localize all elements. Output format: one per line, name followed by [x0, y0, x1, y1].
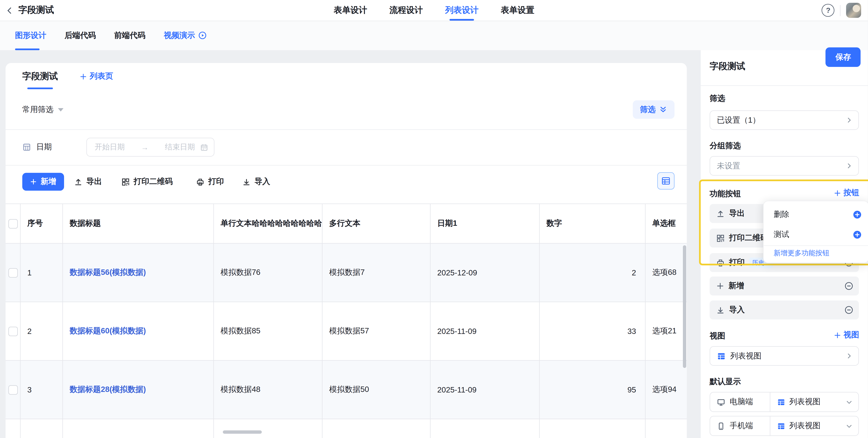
group-filter-setting-row[interactable]: 未设置	[710, 156, 859, 176]
plus-circle-icon[interactable]	[853, 230, 862, 239]
settings-sidebar: 字段测试 筛选 已设置（1） 分组筛选 未设置 功能按钮 按钮	[701, 50, 868, 438]
default-display-mobile-row: 手机端 列表视图	[710, 416, 859, 436]
help-icon[interactable]: ?	[822, 4, 835, 17]
table-view-icon	[777, 422, 785, 430]
date-range-input[interactable]: 开始日期 → 结束日期	[86, 138, 214, 157]
add-record-button[interactable]: 新增	[22, 173, 64, 191]
tab-frontend-code[interactable]: 前端代码	[114, 21, 145, 50]
row-checkbox[interactable]	[8, 268, 18, 278]
popup-option-delete[interactable]: 删除	[764, 206, 868, 224]
chevron-down-icon	[846, 399, 853, 406]
record-link[interactable]: 数据标题56(模拟数据)	[70, 268, 146, 278]
cell-date1: 2025-12-09	[431, 244, 540, 301]
function-button-add[interactable]: 新增	[710, 276, 859, 295]
default-display-section-label: 默认显示	[710, 377, 741, 387]
avatar[interactable]	[846, 3, 861, 18]
col-header-title[interactable]: 数据标题	[63, 204, 214, 243]
download-icon	[716, 306, 725, 314]
record-link[interactable]: 数据标题28(模拟数据)	[70, 385, 146, 395]
printer-icon	[716, 259, 725, 267]
function-button-import[interactable]: 导入	[710, 300, 859, 319]
table-view-toggle-button[interactable]	[657, 172, 675, 189]
tab-list-design[interactable]: 列表设计	[445, 0, 479, 21]
calendar-icon	[200, 143, 208, 151]
add-list-page-button[interactable]: 列表页	[80, 63, 113, 90]
desktop-view-select[interactable]: 列表视图	[770, 392, 859, 411]
download-icon	[242, 178, 251, 186]
add-button-popup: 删除 测试 新增更多功能按钮	[763, 201, 868, 263]
group-filter-section-label: 分组筛选	[710, 141, 741, 151]
list-page-tabs: 字段测试 列表页	[6, 63, 687, 90]
caret-down-icon	[58, 108, 63, 111]
cell-number: 95	[540, 361, 646, 419]
chevron-down-icon	[846, 422, 853, 430]
tab-backend-code[interactable]: 后端代码	[65, 21, 96, 50]
field-grid-icon	[22, 143, 31, 152]
tab-list-page-current[interactable]: 字段测试	[22, 63, 58, 90]
filter-setting-row[interactable]: 已设置（1）	[710, 110, 859, 130]
tab-flow-design[interactable]: 流程设计	[390, 0, 423, 21]
double-chevron-down-icon	[659, 105, 667, 114]
cell-single-text: 模拟数据76	[214, 244, 322, 301]
add-function-button-link[interactable]: 按钮	[834, 188, 859, 198]
phone-icon	[717, 422, 725, 430]
printer-icon	[196, 178, 205, 186]
record-link[interactable]: 数据标题60(模拟数据)	[70, 326, 146, 336]
tab-form-settings[interactable]: 表单设置	[501, 0, 534, 21]
import-button[interactable]: 导入	[242, 165, 270, 199]
horizontal-scrollbar-thumb[interactable]	[223, 430, 262, 434]
filter-toggle-button[interactable]: 筛选	[633, 100, 675, 119]
table-row: 2 数据标题60(模拟数据) 模拟数据85 模拟数据57 2025-11-09 …	[6, 302, 687, 361]
chevron-right-icon	[846, 117, 853, 124]
tab-form-design[interactable]: 表单设计	[334, 0, 367, 21]
plus-icon	[834, 331, 841, 339]
popup-option-test[interactable]: 测试	[764, 226, 868, 244]
col-header-index[interactable]: 序号	[21, 204, 63, 243]
cell-single-text: 模拟数据85	[214, 302, 322, 360]
sidebar-title: 字段测试	[710, 61, 745, 72]
export-button[interactable]: 导出	[74, 165, 102, 199]
tab-video-demo[interactable]: 视频演示	[164, 21, 207, 50]
cell-index: 1	[21, 244, 63, 301]
col-header-radio[interactable]: 单选框	[646, 204, 687, 243]
vertical-scrollbar-thumb[interactable]	[683, 245, 686, 368]
play-circle-icon	[198, 31, 207, 39]
select-all-checkbox[interactable]	[8, 219, 18, 228]
cell-radio: 选项94	[646, 361, 687, 419]
data-table: 序号 数据标题 单行文本哈哈哈哈哈哈哈哈哈哈 多行文本 日期1 数字 单选框 1…	[6, 203, 687, 438]
col-header-date1[interactable]: 日期1	[431, 204, 540, 243]
print-button[interactable]: 打印	[196, 165, 224, 199]
mobile-view-select[interactable]: 列表视图	[770, 416, 859, 435]
quick-filter-row: 常用筛选 筛选	[6, 90, 687, 130]
upload-icon	[716, 209, 725, 218]
list-view-row[interactable]: 列表视图	[710, 346, 859, 366]
col-header-single-text[interactable]: 单行文本哈哈哈哈哈哈哈哈哈哈	[214, 204, 322, 243]
row-checkbox[interactable]	[8, 385, 18, 395]
designer-subnav: 图形设计 后端代码 前端代码 视频演示 保存	[0, 21, 868, 50]
device-mobile: 手机端	[710, 416, 770, 435]
list-design-canvas: 字段测试 列表页 常用筛选 筛选	[6, 63, 687, 438]
minus-circle-icon[interactable]	[845, 305, 854, 315]
cell-date1: 2025-11-09	[431, 302, 540, 360]
cell-date1: 2025-11-09	[431, 361, 540, 419]
save-button[interactable]: 保存	[826, 48, 861, 67]
col-header-number[interactable]: 数字	[540, 204, 646, 243]
row-checkbox[interactable]	[8, 326, 18, 336]
minus-circle-icon[interactable]	[845, 282, 854, 290]
back-icon[interactable]	[6, 6, 13, 14]
plus-circle-icon[interactable]	[853, 210, 862, 219]
tab-graphic-design[interactable]: 图形设计	[15, 21, 46, 50]
col-header-multi-text[interactable]: 多行文本	[322, 204, 431, 243]
table-header-row: 序号 数据标题 单行文本哈哈哈哈哈哈哈哈哈哈 多行文本 日期1 数字 单选框	[6, 204, 687, 244]
table-toolbar: 新增 导出 打印二维码 打印	[6, 165, 687, 203]
end-date-placeholder: 结束日期	[165, 142, 195, 152]
cell-number: 33	[540, 302, 646, 360]
device-desktop: 电脑端	[710, 392, 770, 411]
app-window: 字段测试 表单设计 流程设计 列表设计 表单设置 ? 图形设计 后端代码 前端代…	[0, 0, 868, 438]
add-more-function-buttons-link[interactable]: 新增更多功能按钮	[774, 249, 829, 258]
function-buttons-section-label: 功能按钮	[710, 189, 741, 199]
divider	[840, 5, 841, 16]
common-filter-dropdown[interactable]: 常用筛选	[22, 90, 63, 129]
print-qrcode-button[interactable]: 打印二维码	[121, 165, 173, 199]
add-view-link[interactable]: 视图	[834, 330, 859, 340]
